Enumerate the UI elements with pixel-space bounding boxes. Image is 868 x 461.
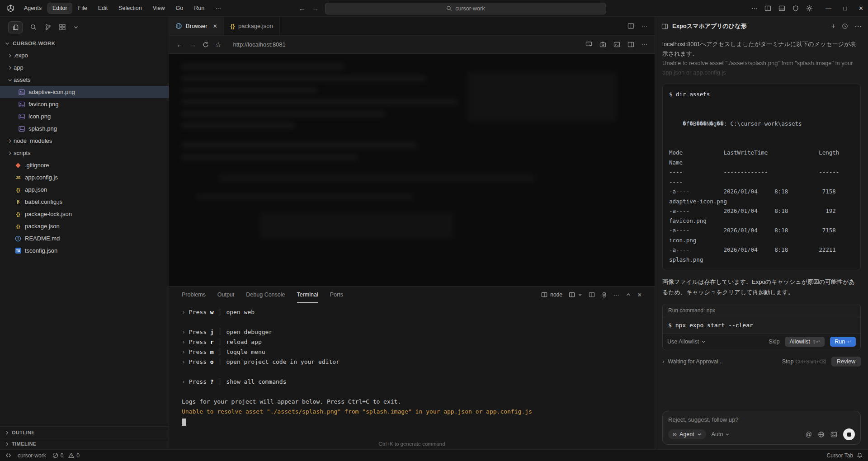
stop-generation-button[interactable] — [843, 428, 855, 440]
outline-section[interactable]: OUTLINE — [0, 427, 169, 438]
terminal-output[interactable]: ›Press w│open web ›Press j│open debugger… — [169, 303, 655, 438]
menu-file[interactable]: File — [73, 3, 92, 14]
allowlist-button[interactable]: Allowlist ⇧↵ — [785, 337, 825, 347]
menu-selection[interactable]: Selection — [113, 3, 146, 14]
menu-run[interactable]: Run — [189, 3, 209, 14]
panel-tab-terminal[interactable]: Terminal — [297, 287, 318, 303]
explorer-view-icon[interactable] — [8, 21, 23, 33]
mention-at-icon[interactable]: @ — [806, 431, 812, 438]
browser-forward-icon[interactable]: → — [189, 41, 196, 48]
window-maximize-button[interactable]: □ — [843, 5, 847, 12]
tree-item-splash-png[interactable]: splash.png — [0, 122, 169, 135]
extensions-view-icon[interactable] — [59, 24, 66, 31]
history-back-icon[interactable]: ← — [299, 5, 306, 12]
web-globe-icon[interactable] — [818, 431, 825, 438]
tab-browser[interactable]: Browser ✕ — [169, 17, 224, 35]
screenshot-camera-icon[interactable] — [599, 41, 606, 48]
tree-item-package-json[interactable]: {} package.json — [0, 220, 169, 232]
use-allowlist-dropdown[interactable]: Use Allowlist — [667, 339, 706, 345]
tabbar-more-icon[interactable]: ⋯ — [642, 23, 647, 29]
project-root[interactable]: CURSOR-WORK — [0, 38, 169, 49]
url-text[interactable]: http://localhost:8081 — [233, 41, 285, 48]
browser-viewport[interactable] — [169, 54, 655, 286]
tree-item-adaptive-icon-png[interactable]: adaptive-icon.png — [0, 86, 169, 98]
history-forward-icon[interactable]: → — [312, 5, 319, 12]
run-button[interactable]: Run ↵ — [830, 337, 856, 347]
console-icon[interactable] — [613, 41, 620, 48]
model-dropdown[interactable]: Auto — [712, 431, 730, 437]
browser-back-icon[interactable]: ← — [176, 41, 183, 48]
tree-item-scripts[interactable]: scripts — [0, 147, 169, 159]
terminal-output-block[interactable]: $ dir assets �f�B���N�g��: C:\cursor-wor… — [662, 84, 861, 270]
tree-item-icon-png[interactable]: icon.png — [0, 110, 169, 122]
panel-more-icon[interactable]: ⋯ — [613, 292, 619, 298]
toggle-panel-icon[interactable] — [778, 5, 785, 12]
tab-close-icon[interactable]: ✕ — [213, 23, 217, 29]
chat-more-icon[interactable]: ⋯ — [854, 22, 862, 31]
split-editor-icon[interactable] — [627, 23, 634, 29]
tree-item-app-config-js[interactable]: JS app.config.js — [0, 171, 169, 183]
tab-package-json[interactable]: {} package.json — [224, 17, 280, 35]
toggle-sidebar-icon[interactable] — [764, 5, 771, 12]
panel-right-icon[interactable] — [627, 41, 634, 48]
attach-image-icon[interactable] — [830, 431, 837, 438]
panel-tab-problems[interactable]: Problems — [182, 287, 206, 303]
tree-item-node-modules[interactable]: node_modules — [0, 135, 169, 147]
source-control-icon[interactable] — [44, 24, 52, 31]
chevron-right-icon[interactable]: › — [662, 358, 664, 365]
problems-indicator[interactable]: 0 0 — [52, 452, 80, 459]
maximize-panel-icon[interactable] — [626, 292, 631, 297]
split-terminal-icon[interactable] — [589, 292, 595, 298]
tree-item-package-lock-json[interactable]: {} package-lock.json — [0, 208, 169, 220]
terminal-process[interactable]: node — [541, 292, 562, 298]
menu-overflow-icon[interactable]: ⋯ — [210, 3, 226, 14]
panel-tab-ports[interactable]: Ports — [330, 287, 343, 303]
more-actions-icon[interactable]: ⋯ — [751, 5, 757, 12]
project-name[interactable]: cursor-work — [18, 452, 46, 459]
menu-editor[interactable]: Editor — [47, 3, 72, 14]
chat-input-box[interactable]: Reject, suggest, follow up? ∞ Agent Auto — [662, 411, 861, 445]
tree-item-babel-config-js[interactable]: β babel.config.js — [0, 196, 169, 208]
timeline-section[interactable]: TIMELINE — [0, 438, 169, 449]
settings-gear-icon[interactable] — [806, 5, 813, 12]
menu-go[interactable]: Go — [171, 3, 189, 14]
cursor-tab-toggle[interactable]: Cursor Tab — [827, 452, 853, 459]
browser-more-icon[interactable]: ⋯ — [642, 41, 647, 48]
browser-reload-icon[interactable] — [203, 42, 209, 48]
tree-item-expo[interactable]: .expo — [0, 49, 169, 61]
window-close-button[interactable]: ✕ — [859, 5, 863, 12]
chat-layout-icon[interactable] — [661, 23, 668, 30]
review-button[interactable]: Review — [831, 357, 861, 367]
menu-view[interactable]: View — [148, 3, 170, 14]
new-chat-icon[interactable]: + — [831, 22, 835, 30]
tree-item-tsconfig-json[interactable]: TS tsconfig.json — [0, 245, 169, 257]
skip-button[interactable]: Skip — [769, 339, 779, 345]
remote-window-button[interactable] — [5, 452, 11, 458]
stop-button[interactable]: StopCtrl+Shift+⌫ — [782, 358, 826, 365]
close-panel-icon[interactable]: ✕ — [637, 292, 642, 298]
agent-mode-dropdown[interactable]: ∞ Agent — [668, 429, 706, 439]
info-file-icon — [14, 235, 22, 242]
notifications-bell-icon[interactable] — [857, 452, 863, 458]
tree-item-app-json[interactable]: {} app.json — [0, 183, 169, 196]
chat-history-icon[interactable] — [842, 23, 848, 29]
kill-terminal-trash-icon[interactable] — [601, 292, 607, 298]
tree-item-gitignore[interactable]: .gitignore — [0, 159, 169, 171]
tree-item-readme-md[interactable]: README.md — [0, 232, 169, 245]
menu-agents[interactable]: Agents — [19, 3, 47, 14]
bookmark-star-icon[interactable]: ☆ — [215, 41, 221, 49]
more-views-chevron-icon[interactable] — [73, 24, 79, 30]
menu-edit[interactable]: Edit — [93, 3, 113, 14]
privacy-shield-icon[interactable] — [793, 5, 799, 12]
tree-item-app[interactable]: app — [0, 61, 169, 74]
new-terminal-icon[interactable] — [569, 292, 582, 298]
terminal-line: ›Press w│open web — [182, 307, 646, 317]
tree-item-assets[interactable]: assets — [0, 74, 169, 86]
command-search-input[interactable]: cursor-work — [325, 3, 606, 14]
search-view-icon[interactable] — [30, 24, 37, 31]
panel-tab-debug-console[interactable]: Debug Console — [246, 287, 285, 303]
window-minimize-button[interactable]: — — [826, 5, 831, 12]
panel-tab-output[interactable]: Output — [217, 287, 235, 303]
inspect-element-icon[interactable] — [585, 41, 592, 48]
tree-item-favicon-png[interactable]: favicon.png — [0, 98, 169, 110]
